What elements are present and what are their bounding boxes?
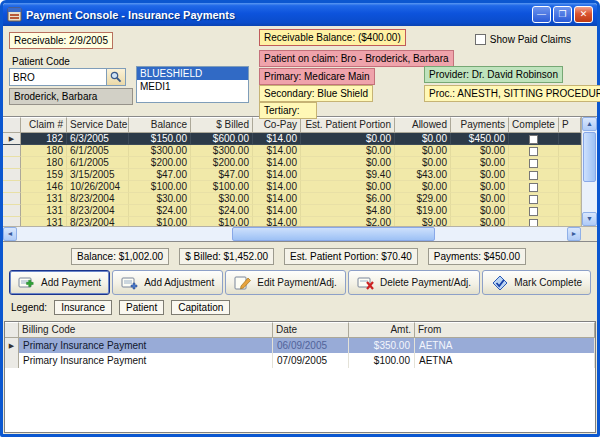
add-payment-icon <box>18 275 36 291</box>
row-selector[interactable] <box>3 217 21 226</box>
scroll-down-button[interactable]: ▼ <box>582 212 597 226</box>
vertical-scrollbar[interactable]: ▲ ▼ <box>581 117 597 226</box>
complete-cell <box>509 193 559 205</box>
minimize-button[interactable]: — <box>532 6 551 23</box>
column-header[interactable]: P <box>559 117 581 133</box>
scroll-right-button[interactable]: ► <box>567 227 581 241</box>
payment-row[interactable]: ▶Primary Insurance Payment06/09/2005$350… <box>5 338 595 353</box>
claims-grid[interactable]: Claim # Service Date Balance $ Billed Co… <box>3 117 581 226</box>
column-header[interactable]: Complete <box>509 117 559 133</box>
claim-row[interactable]: 1318/23/2004$24.00$24.00$14.00$4.80$19.0… <box>3 205 581 217</box>
horizontal-scrollbar[interactable]: ◄ ► <box>3 226 597 241</box>
row-selector[interactable] <box>3 157 21 169</box>
payments-grid[interactable]: Billing Code Date Amt. From ▶Primary Ins… <box>4 321 596 433</box>
add-adjustment-button[interactable]: Add Adjustment <box>112 270 223 295</box>
claim-row[interactable]: 1806/1/2005$200.00$200.00$14.00$0.00$0.0… <box>3 157 581 169</box>
legend-capitation-chip: Capitation <box>171 300 230 315</box>
payment-console-window: Payment Console - Insurance Payments — ❐… <box>0 0 600 437</box>
column-header[interactable]: Est. Patient Portion <box>301 117 395 133</box>
column-header[interactable]: Balance <box>129 117 191 133</box>
row-selector[interactable] <box>3 169 21 181</box>
est-patient-portion-cell: $4.80 <box>301 205 395 217</box>
billed-cell: $30.00 <box>191 193 253 205</box>
delete-payment-button[interactable]: Delete Payment/Adj. <box>348 270 480 295</box>
column-header[interactable]: Billing Code <box>19 322 273 338</box>
claim-row[interactable]: 1318/23/2004$30.00$30.00$14.00$6.00$29.0… <box>3 193 581 205</box>
payment-row[interactable]: Primary Insurance Payment07/09/2005$100.… <box>5 353 595 368</box>
complete-checkbox[interactable] <box>529 195 538 204</box>
claim-number-cell: 159 <box>21 169 67 181</box>
window-title: Payment Console - Insurance Payments <box>26 9 530 21</box>
horizontal-scroll-track[interactable] <box>17 227 567 241</box>
column-header[interactable]: From <box>415 322 595 338</box>
column-header[interactable]: Allowed <box>395 117 451 133</box>
column-header[interactable]: Claim # <box>21 117 67 133</box>
edit-payment-button[interactable]: Edit Payment/Adj. <box>225 270 345 295</box>
claim-row[interactable]: 14610/26/2004$100.00$100.00$14.00$0.00$0… <box>3 181 581 193</box>
scroll-left-button[interactable]: ◄ <box>3 227 17 241</box>
column-header[interactable]: Amt. <box>349 322 415 338</box>
row-selector[interactable] <box>3 181 21 193</box>
date-cell: 06/09/2005 <box>273 338 349 353</box>
insurance-listbox[interactable]: BLUESHIELD MEDI1 <box>136 66 249 103</box>
receivable-date-box: Receivable: 2/9/2005 <box>9 32 113 49</box>
title-bar[interactable]: Payment Console - Insurance Payments — ❐… <box>3 3 597 26</box>
row-selector[interactable] <box>3 205 21 217</box>
close-button[interactable]: ✕ <box>574 6 593 23</box>
from-cell: AETNA <box>415 353 595 368</box>
est-patient-portion-cell: $0.00 <box>301 181 395 193</box>
mark-complete-label: Mark Complete <box>514 277 582 288</box>
legend-label: Legend: <box>11 302 47 313</box>
copay-cell: $14.00 <box>253 157 301 169</box>
row-selector[interactable]: ▶ <box>5 338 19 353</box>
claim-row[interactable]: 1593/15/2005$47.00$47.00$14.00$9.40$43.0… <box>3 169 581 181</box>
maximize-button[interactable]: ❐ <box>553 6 572 23</box>
row-selector[interactable] <box>3 145 21 157</box>
delete-payment-label: Delete Payment/Adj. <box>380 277 471 288</box>
show-paid-claims[interactable]: Show Paid Claims <box>475 34 571 45</box>
show-paid-claims-checkbox[interactable] <box>475 34 486 45</box>
row-selector[interactable]: ▶ <box>3 133 21 145</box>
row-selector[interactable] <box>5 353 19 368</box>
complete-checkbox[interactable] <box>529 219 538 226</box>
copay-cell: $14.00 <box>253 205 301 217</box>
vertical-scroll-track[interactable] <box>582 131 597 212</box>
est-patient-portion-cell: $2.00 <box>301 217 395 226</box>
complete-checkbox[interactable] <box>529 207 538 216</box>
complete-checkbox[interactable] <box>529 183 538 192</box>
payments-cell: $0.00 <box>451 205 509 217</box>
insurance-item[interactable]: MEDI1 <box>137 80 248 93</box>
payments-cell: $0.00 <box>451 217 509 226</box>
copay-cell: $14.00 <box>253 193 301 205</box>
claim-row[interactable]: 1806/1/2005$300.00$300.00$14.00$0.00$0.0… <box>3 145 581 157</box>
add-payment-button[interactable]: Add Payment <box>9 270 110 295</box>
claim-row[interactable]: 1318/23/2004$10.00$10.00$14.00$2.00$9.00… <box>3 217 581 226</box>
column-header[interactable]: Date <box>273 322 349 338</box>
copay-cell: $14.00 <box>253 133 301 145</box>
row-selector[interactable] <box>3 193 21 205</box>
column-header[interactable]: $ Billed <box>191 117 253 133</box>
total-payments: Payments: $450.00 <box>428 248 526 265</box>
claim-row[interactable]: ▶1826/3/2005$150.00$600.00$14.00$0.00$0.… <box>3 133 581 145</box>
est-patient-portion-cell: $6.00 <box>301 193 395 205</box>
column-header[interactable]: Service Date <box>67 117 129 133</box>
complete-checkbox[interactable] <box>529 147 538 156</box>
payments-grid-empty <box>5 368 595 432</box>
est-patient-portion-cell: $0.00 <box>301 157 395 169</box>
patient-code-input[interactable] <box>9 68 107 86</box>
claim-number-cell: 180 <box>21 145 67 157</box>
complete-checkbox[interactable] <box>529 171 538 180</box>
billed-cell: $200.00 <box>191 157 253 169</box>
scroll-up-button[interactable]: ▲ <box>582 117 597 131</box>
insurance-item[interactable]: BLUESHIELD <box>137 67 248 80</box>
mark-complete-button[interactable]: Mark Complete <box>482 270 591 295</box>
column-header[interactable]: Co-Pay <box>253 117 301 133</box>
patient-search-button[interactable] <box>107 68 126 86</box>
vertical-scroll-thumb[interactable] <box>583 132 596 182</box>
column-header[interactable]: Payments <box>451 117 509 133</box>
complete-checkbox[interactable] <box>529 159 538 168</box>
complete-checkbox[interactable] <box>529 135 538 144</box>
add-adjustment-icon <box>121 275 139 291</box>
horizontal-scroll-thumb[interactable] <box>232 227 436 241</box>
service-date-cell: 8/23/2004 <box>67 193 129 205</box>
